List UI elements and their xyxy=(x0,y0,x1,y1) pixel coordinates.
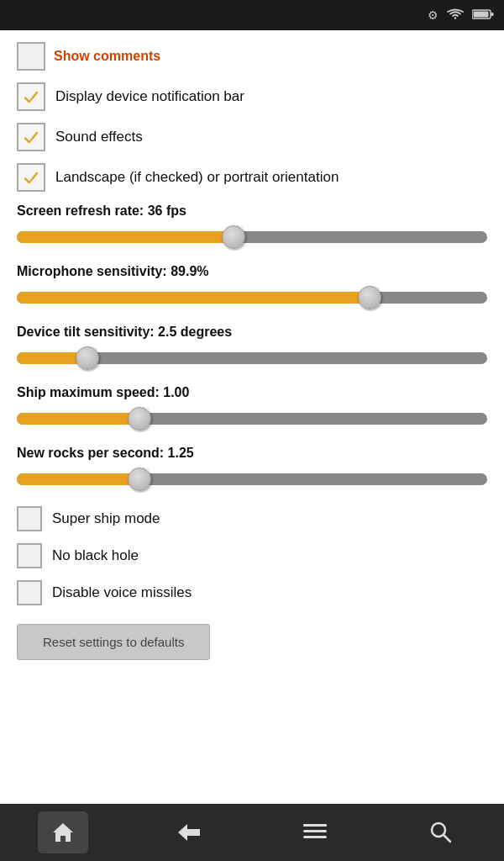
device-tilt-sensitivity-section: Device tilt sensitivity: 2.5 degrees xyxy=(17,325,487,370)
bottom-nav-bar xyxy=(0,804,504,861)
new-rocks-thumb[interactable] xyxy=(128,467,151,491)
screen-refresh-rate-track-wrap xyxy=(17,225,487,249)
settings-content: Show comments Display device notificatio… xyxy=(0,30,504,672)
landscape-label: Landscape (if checked) or portrait orien… xyxy=(55,169,339,186)
no-black-hole-label: No black hole xyxy=(52,547,139,564)
screen-refresh-rate-label: Screen refresh rate: 36 fps xyxy=(17,203,487,219)
microphone-sensitivity-track-wrap xyxy=(17,286,487,309)
menu-icon xyxy=(303,824,327,841)
home-icon xyxy=(51,821,75,843)
home-button[interactable] xyxy=(38,811,88,853)
ship-max-speed-section: Ship maximum speed: 1.00 xyxy=(17,385,487,430)
landscape-row: Landscape (if checked) or portrait orien… xyxy=(17,163,487,192)
bottom-checkboxes: Super ship mode No black hole Disable vo… xyxy=(17,506,487,605)
landscape-checkbox[interactable] xyxy=(17,163,45,192)
display-notification-checkbox[interactable] xyxy=(17,82,45,111)
gear-icon: ⚙ xyxy=(428,8,438,22)
screen-refresh-rate-track xyxy=(17,231,487,243)
svg-rect-1 xyxy=(491,13,494,16)
disable-voice-missiles-checkbox[interactable] xyxy=(17,580,42,605)
checkmark-icon xyxy=(22,128,40,146)
device-tilt-sensitivity-track xyxy=(17,352,487,364)
no-black-hole-checkbox[interactable] xyxy=(17,543,42,568)
new-rocks-track xyxy=(17,473,487,485)
screen-refresh-rate-section: Screen refresh rate: 36 fps xyxy=(17,203,487,249)
super-ship-mode-label: Super ship mode xyxy=(52,510,160,527)
new-rocks-track-wrap xyxy=(17,467,487,491)
svg-rect-8 xyxy=(303,824,327,827)
wifi-icon xyxy=(447,8,464,23)
super-ship-mode-row: Super ship mode xyxy=(17,506,487,531)
microphone-sensitivity-section: Microphone sensitivity: 89.9% xyxy=(17,264,487,309)
device-tilt-sensitivity-track-wrap xyxy=(17,346,487,370)
new-rocks-section: New rocks per second: 1.25 xyxy=(17,446,487,491)
search-button[interactable] xyxy=(416,811,466,853)
ship-max-speed-thumb[interactable] xyxy=(128,407,151,430)
svg-rect-7 xyxy=(303,836,327,838)
reset-button[interactable]: Reset settings to defaults xyxy=(17,624,210,660)
back-button[interactable] xyxy=(164,811,214,853)
show-comments-checkbox[interactable] xyxy=(17,42,45,71)
back-icon xyxy=(177,823,201,842)
checkmark-icon xyxy=(22,168,40,187)
device-tilt-sensitivity-label: Device tilt sensitivity: 2.5 degrees xyxy=(17,325,487,340)
microphone-sensitivity-track xyxy=(17,292,487,304)
microphone-sensitivity-fill xyxy=(17,292,370,304)
battery-icon xyxy=(472,8,494,23)
screen-refresh-rate-thumb[interactable] xyxy=(222,225,245,249)
svg-marker-4 xyxy=(178,824,200,841)
ship-max-speed-track xyxy=(17,413,487,425)
new-rocks-label: New rocks per second: 1.25 xyxy=(17,446,487,461)
checkmark-icon xyxy=(22,87,40,106)
screen-refresh-rate-fill xyxy=(17,231,234,243)
no-black-hole-row: No black hole xyxy=(17,543,487,568)
svg-rect-2 xyxy=(474,11,489,17)
microphone-sensitivity-thumb[interactable] xyxy=(358,286,381,309)
svg-rect-6 xyxy=(303,830,327,832)
super-ship-mode-checkbox[interactable] xyxy=(17,506,42,531)
sound-effects-checkbox[interactable] xyxy=(17,123,45,151)
sound-effects-label: Sound effects xyxy=(55,129,143,145)
menu-button[interactable] xyxy=(290,811,340,853)
microphone-sensitivity-label: Microphone sensitivity: 89.9% xyxy=(17,264,487,279)
ship-max-speed-track-wrap xyxy=(17,407,487,430)
new-rocks-fill xyxy=(17,473,139,485)
svg-marker-3 xyxy=(53,823,73,842)
sound-effects-row: Sound effects xyxy=(17,123,487,151)
svg-line-10 xyxy=(444,835,450,842)
search-icon xyxy=(430,821,452,843)
status-bar: ⚙ xyxy=(0,0,504,30)
disable-voice-missiles-label: Disable voice missiles xyxy=(52,584,192,601)
display-notification-label: Display device notification bar xyxy=(55,88,244,105)
show-comments-label: Show comments xyxy=(54,49,160,64)
ship-max-speed-fill xyxy=(17,413,139,425)
disable-voice-missiles-row: Disable voice missiles xyxy=(17,580,487,605)
ship-max-speed-label: Ship maximum speed: 1.00 xyxy=(17,385,487,400)
display-notification-row: Display device notification bar xyxy=(17,82,487,111)
show-comments-row: Show comments xyxy=(17,42,487,71)
device-tilt-sensitivity-thumb[interactable] xyxy=(76,346,99,370)
